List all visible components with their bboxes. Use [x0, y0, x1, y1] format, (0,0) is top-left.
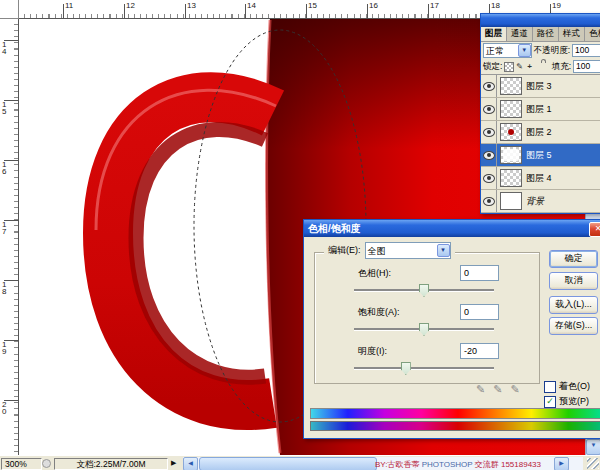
- slider-value-input[interactable]: -20: [460, 343, 499, 359]
- slider-label: 饱和度(A):: [358, 306, 400, 319]
- fill-input[interactable]: 100: [573, 60, 600, 73]
- eye-toggle[interactable]: [481, 167, 497, 189]
- colorize-label: 着色(O): [559, 380, 590, 393]
- slider-label: 明度(I):: [358, 345, 387, 358]
- eye-toggle[interactable]: [481, 144, 497, 166]
- eye-toggle[interactable]: [481, 121, 497, 143]
- colorize-checkbox[interactable]: [544, 381, 556, 393]
- watermark-app: PHOTOSHOP: [422, 460, 473, 469]
- scroll-down-icon: ▼: [591, 442, 597, 448]
- close-icon[interactable]: ✕: [589, 222, 600, 237]
- layers-panel-tabs: 图层通道路径样式色板: [481, 27, 600, 42]
- preview-checkbox[interactable]: ✓: [544, 396, 556, 408]
- cancel-button[interactable]: 取消: [549, 272, 598, 290]
- layer-row[interactable]: 背景: [481, 190, 600, 213]
- slider-value-input[interactable]: 0: [460, 265, 499, 281]
- edit-row: 编辑(E): 全图 ▾: [324, 242, 455, 259]
- load-button[interactable]: 载入(L)...: [549, 296, 598, 314]
- ruler-number: 12: [126, 1, 135, 10]
- zoom-level-input[interactable]: 300%: [1, 458, 42, 470]
- eye-toggle[interactable]: [481, 190, 497, 212]
- tab-layers[interactable]: 图层: [481, 27, 507, 41]
- watermark-by: BY:古欧香蒂: [375, 460, 419, 469]
- status-popup-arrow-icon[interactable]: ▶: [171, 459, 176, 467]
- ruler-number: 14: [247, 1, 256, 10]
- edit-channel-value: 全图: [366, 245, 437, 257]
- tab-panel-1[interactable]: 通道: [507, 27, 533, 41]
- eyedropper-plus-icon[interactable]: ✎: [493, 383, 502, 396]
- status-bar: 300% 文档:2.25M/7.00M ▶ ◀ ▶ BY:古欧香蒂 PHOTOS…: [0, 455, 600, 470]
- eye-toggle[interactable]: [481, 75, 497, 97]
- hue-bar-result: [310, 421, 600, 431]
- slider-thumb[interactable]: [401, 362, 411, 375]
- edit-channel-select[interactable]: 全图 ▾: [365, 242, 451, 259]
- slider-label: 色相(H):: [358, 267, 391, 280]
- horizontal-scrollbar[interactable]: ◀ ▶ BY:古欧香蒂 PHOTOSHOP 交流群 155189433: [183, 457, 583, 470]
- tab-panel-3[interactable]: 样式: [559, 27, 585, 41]
- lock-transparency-icon[interactable]: [504, 62, 513, 72]
- ruler-number: 17: [430, 1, 439, 10]
- layer-row[interactable]: 图层 4: [481, 167, 600, 190]
- opacity-input[interactable]: 100: [572, 44, 600, 57]
- tab-panel-4[interactable]: 色板: [585, 27, 600, 41]
- slider-track[interactable]: [354, 367, 494, 369]
- layer-name: 图层 4: [526, 172, 552, 185]
- ruler-number: 1 4: [2, 42, 6, 56]
- ok-button[interactable]: 确定: [549, 250, 598, 268]
- slider-track[interactable]: [354, 328, 494, 330]
- doc-size-info[interactable]: 文档:2.25M/7.00M: [54, 458, 168, 470]
- slider-track[interactable]: [354, 289, 494, 291]
- lock-move-icon[interactable]: +: [526, 62, 534, 71]
- scroll-right-button[interactable]: ▶: [554, 457, 569, 470]
- resize-grip: [587, 458, 599, 469]
- layer-row[interactable]: 图层 3: [481, 75, 600, 98]
- layers-panel-titlebar[interactable]: [481, 14, 600, 27]
- tab-panel-2[interactable]: 路径: [533, 27, 559, 41]
- sliders-section: 色相(H):0饱和度(A):0明度(I):-20: [350, 265, 550, 382]
- ruler-number: 16: [369, 1, 378, 10]
- layer-thumbnail: [500, 77, 522, 95]
- scroll-left-button[interactable]: ◀: [183, 457, 198, 470]
- ruler-major-tick: [4, 340, 18, 341]
- ruler-left: 1 41 51 61 71 81 92 0: [0, 18, 19, 455]
- slider-group: 明度(I):-20: [350, 343, 550, 382]
- opacity-label: 不透明度:: [534, 45, 570, 57]
- ruler-major-tick: [4, 160, 18, 161]
- blend-mode-select[interactable]: 正常 ▾: [483, 43, 532, 58]
- eyedropper-tools: ✎ ✎ ✎: [476, 383, 520, 396]
- layer-thumbnail: [500, 100, 522, 118]
- layer-row[interactable]: 图层 5: [481, 144, 600, 167]
- scroll-down-button[interactable]: ▼: [586, 439, 600, 455]
- layer-name: 图层 3: [526, 80, 552, 93]
- eyedropper-icon[interactable]: ✎: [476, 383, 485, 396]
- slider-thumb[interactable]: [419, 284, 429, 297]
- layer-name: 背景: [526, 195, 544, 208]
- eye-toggle[interactable]: [481, 98, 497, 120]
- eyedropper-minus-icon[interactable]: ✎: [510, 383, 519, 396]
- scrollbar-thumb[interactable]: [199, 457, 377, 470]
- colorize-row: 着色(O): [544, 380, 590, 393]
- layer-list: 图层 3图层 1图层 2图层 5图层 4背景: [481, 74, 600, 213]
- slider-thumb[interactable]: [419, 323, 429, 336]
- layer-content-dot: [508, 129, 514, 135]
- ruler-major-tick: [4, 220, 18, 221]
- slider-value-input[interactable]: 0: [460, 304, 499, 320]
- ruler-number: 18: [491, 1, 500, 10]
- lock-paint-icon[interactable]: ✎: [516, 62, 524, 71]
- save-button[interactable]: 存储(S)...: [549, 317, 598, 335]
- ruler-number: 2 0: [2, 402, 6, 416]
- layer-row[interactable]: 图层 1: [481, 98, 600, 121]
- dialog-buttons: 确定取消载入(L)...存储(S)...: [549, 237, 600, 357]
- ruler-number: 1 5: [2, 102, 6, 116]
- status-circle-icon: [42, 459, 51, 468]
- ruler-number: 1 6: [2, 162, 6, 176]
- ruler-major-tick: [4, 100, 18, 101]
- dialog-content: 编辑(E): 全图 ▾ 色相(H):0饱和度(A):0明度(I):-20 确定取…: [304, 237, 600, 437]
- eye-icon: [483, 82, 495, 91]
- ruler-major-tick: [124, 4, 125, 18]
- watermark-group: 交流群: [475, 460, 499, 469]
- layer-row[interactable]: 图层 2: [481, 121, 600, 144]
- ruler-number: 15: [308, 1, 317, 10]
- dialog-titlebar[interactable]: 色相/饱和度 ✕: [304, 220, 600, 237]
- layer-name: 图层 1: [526, 103, 552, 116]
